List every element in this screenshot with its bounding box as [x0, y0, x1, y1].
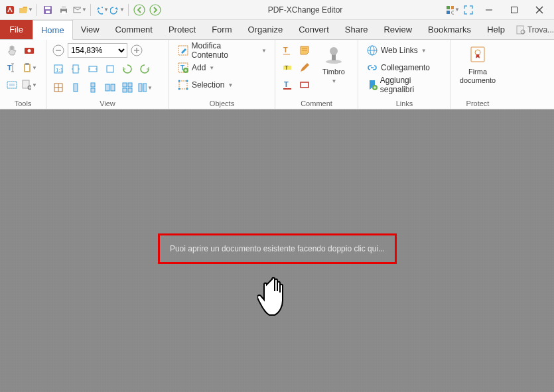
dropdown-indicator-icon: ▼ — [28, 7, 33, 13]
cursor-pointer-icon — [257, 274, 295, 320]
redo-button[interactable]: ▼ — [110, 3, 125, 17]
svg-rect-59 — [179, 81, 187, 89]
actual-size-button[interactable]: 1:1 — [50, 61, 66, 77]
tab-share[interactable]: Share — [337, 20, 376, 39]
continuous-page-button[interactable] — [85, 80, 101, 96]
zoom-in-button[interactable] — [129, 42, 145, 58]
tab-convert[interactable]: Convert — [291, 20, 337, 39]
open-document-hint-text: Puoi aprire un documento esistente facen… — [170, 244, 385, 253]
tab-view[interactable]: View — [73, 20, 107, 39]
hand-tool-button[interactable] — [4, 42, 20, 58]
stamp-button[interactable]: Timbro▼ — [314, 42, 353, 86]
ribbon-group-view: 154,83% 1:1 ▼ View — [46, 40, 169, 109]
add-button[interactable]: T Add ▼ — [173, 60, 218, 76]
fit-page-button[interactable] — [68, 61, 84, 77]
svg-rect-3 — [46, 11, 50, 13]
svg-rect-45 — [91, 83, 95, 87]
find-button[interactable]: Trova... — [513, 23, 554, 36]
save-button[interactable] — [40, 3, 55, 17]
two-pages-continuous-button[interactable] — [119, 80, 135, 96]
highlight-button[interactable]: T — [279, 60, 295, 76]
link-button[interactable]: Collegamento — [362, 60, 434, 76]
undo-button[interactable]: ▼ — [94, 3, 109, 17]
app-title: PDF-XChange Editor — [165, 5, 445, 15]
rotate-ccw-button[interactable] — [119, 61, 135, 77]
separator — [128, 4, 129, 16]
edit-form-tool-button[interactable] — [4, 77, 20, 93]
ui-options-button[interactable]: ▼ — [445, 3, 460, 17]
two-pages-button[interactable] — [102, 80, 118, 96]
link-icon — [366, 62, 378, 74]
svg-rect-47 — [105, 84, 109, 91]
svg-point-22 — [28, 49, 31, 52]
svg-rect-52 — [128, 88, 132, 92]
typewriter-button[interactable]: T — [279, 42, 295, 58]
email-button[interactable]: ▼ — [72, 3, 87, 17]
rotate-cw-button[interactable] — [137, 61, 153, 77]
edit-content-button[interactable]: Modifica Contenuto ▼ — [173, 42, 271, 58]
svg-rect-12 — [447, 11, 450, 14]
document-area[interactable]: Puoi aprire un documento esistente facen… — [0, 109, 554, 392]
app-icon[interactable] — [3, 3, 17, 17]
svg-rect-28 — [9, 84, 15, 86]
svg-text:T: T — [285, 64, 289, 71]
open-document-hint[interactable]: Puoi aprire un documento esistente facen… — [158, 233, 397, 264]
find-label: Trova... — [527, 25, 554, 34]
minimize-button[interactable] — [477, 1, 501, 19]
single-page-button[interactable] — [68, 80, 84, 96]
sign-document-button[interactable]: Firma documento — [455, 42, 500, 86]
open-button[interactable]: ▼ — [19, 3, 33, 17]
tab-home[interactable]: Home — [33, 20, 73, 40]
page-layout-menu-button[interactable]: ▼ — [137, 80, 153, 96]
snapshot-tool-button[interactable] — [21, 42, 37, 58]
add-bookmarks-button[interactable]: Aggiungi segnalibri — [362, 77, 447, 93]
format-tool-button[interactable]: ▼ — [21, 77, 37, 93]
svg-point-62 — [178, 88, 180, 90]
sticky-note-button[interactable] — [297, 42, 312, 58]
dropdown-indicator-icon: ▼ — [104, 7, 109, 13]
print-button[interactable] — [56, 3, 71, 17]
pencil-button[interactable] — [297, 60, 312, 76]
separator — [36, 4, 37, 16]
svg-rect-46 — [91, 88, 95, 92]
web-links-button[interactable]: Web Links ▼ — [362, 42, 431, 58]
fit-visible-button[interactable] — [102, 61, 118, 77]
file-tab[interactable]: File — [0, 20, 33, 39]
ribbon-group-label: Protect — [455, 99, 500, 108]
nav-back-button[interactable] — [132, 3, 147, 17]
dropdown-indicator-icon: ▼ — [147, 85, 153, 91]
svg-text:1:1: 1:1 — [56, 67, 64, 73]
title-bar-right: ▼ — [445, 1, 554, 19]
selection-button[interactable]: Selection ▼ — [173, 77, 237, 93]
ribbon-group-label: Tools — [4, 99, 42, 108]
select-text-tool-button[interactable]: T — [4, 60, 20, 76]
maximize-button[interactable] — [502, 1, 526, 19]
dropdown-indicator-icon: ▼ — [32, 82, 37, 88]
rectangle-button[interactable] — [297, 77, 312, 93]
tab-organize[interactable]: Organize — [240, 20, 291, 39]
fullscreen-button[interactable] — [461, 3, 476, 17]
tab-form[interactable]: Form — [204, 20, 240, 39]
nav-forward-button[interactable] — [148, 3, 163, 17]
tab-help[interactable]: Help — [479, 20, 513, 39]
ribbon-group-label: Links — [362, 99, 447, 108]
fit-width-button[interactable] — [85, 61, 101, 77]
grid-button[interactable] — [50, 80, 66, 96]
close-button[interactable] — [527, 1, 551, 19]
svg-rect-5 — [62, 6, 66, 9]
svg-rect-26 — [25, 63, 29, 65]
svg-point-8 — [134, 5, 145, 15]
underline-button[interactable]: T — [279, 77, 295, 93]
svg-point-60 — [178, 80, 180, 82]
tab-review[interactable]: Review — [376, 20, 420, 39]
tab-comment[interactable]: Comment — [107, 20, 161, 39]
svg-point-61 — [186, 80, 188, 82]
zoom-out-button[interactable] — [50, 42, 66, 58]
ribbon: T ▼ ▼ Tools 154,83% 1:1 — [0, 40, 554, 109]
dropdown-indicator-icon: ▼ — [454, 7, 460, 13]
clipboard-button[interactable]: ▼ — [21, 60, 37, 76]
tab-bookmarks[interactable]: Bookmarks — [420, 20, 479, 39]
ribbon-group-tools: T ▼ ▼ Tools — [0, 40, 46, 109]
tab-protect[interactable]: Protect — [161, 20, 204, 39]
zoom-level-select[interactable]: 154,83% — [68, 43, 127, 58]
